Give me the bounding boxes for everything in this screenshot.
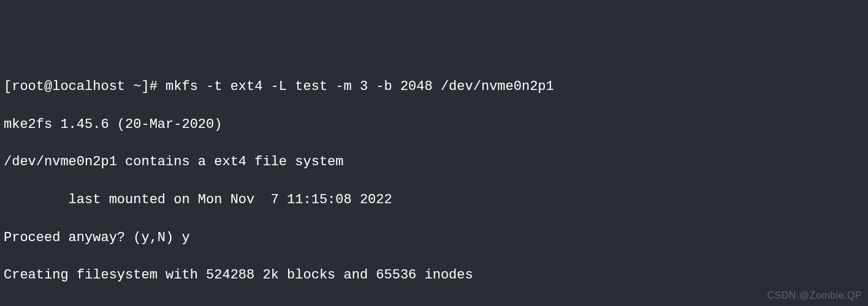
terminal-prompt-line: Proceed anyway? (y,N) y [4,229,864,248]
terminal-command-line: [root@localhost ~]# mkfs -t ext4 -L test… [4,78,864,97]
terminal-output-line: /dev/nvme0n2p1 contains a ext4 file syst… [4,153,864,172]
terminal-output-line: Creating filesystem with 524288 2k block… [4,266,864,285]
terminal-output-line: last mounted on Mon Nov 7 11:15:08 2022 [4,191,864,210]
terminal-output-line: mke2fs 1.45.6 (20-Mar-2020) [4,116,864,135]
watermark-text: CSDN @Zombie.QP [767,289,862,302]
